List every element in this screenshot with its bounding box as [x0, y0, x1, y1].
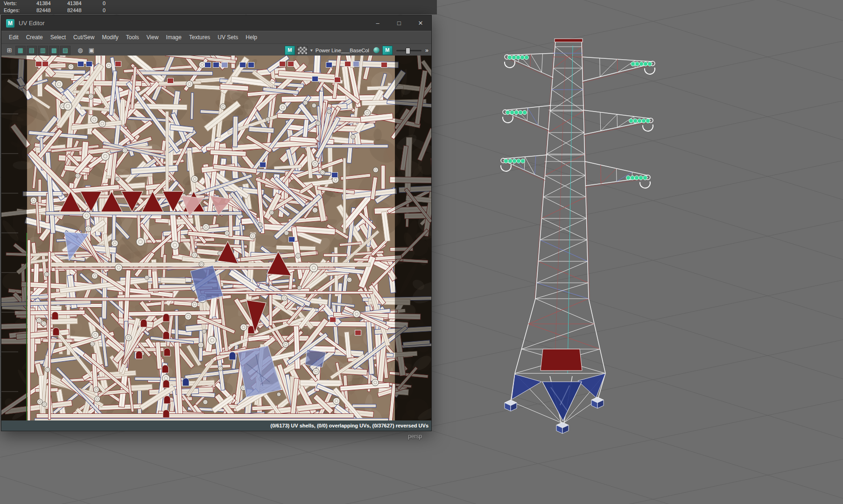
menu-view[interactable]: View — [143, 34, 162, 41]
menu-help[interactable]: Help — [242, 34, 261, 41]
hud-verts-selected: 0 — [103, 0, 105, 6]
statusbar: (0/6173) UV shells, (0/0) overlapping UV… — [1, 420, 431, 431]
active-texture-label[interactable]: Power Line___BaseCol — [316, 48, 369, 53]
uv-canvas[interactable] — [1, 56, 431, 420]
material-maya-icon[interactable]: M — [382, 46, 393, 55]
hud-edges-label: Edges: — [4, 7, 20, 13]
menu-image[interactable]: Image — [162, 34, 185, 41]
poly-count-hud: Verts: 41384 41384 0 Edges: 82448 82448 … — [0, 0, 437, 14]
hud-edges-shaded: 82448 — [67, 7, 82, 13]
uv-shaded-toggle-button[interactable]: ▤ — [27, 46, 37, 55]
titlebar[interactable]: M UV Editor – □ ✕ — [1, 15, 431, 31]
slider-handle[interactable] — [406, 48, 410, 54]
texture-dim-slider[interactable] — [396, 47, 422, 54]
hud-edges-row: Edges: 82448 82448 0 — [0, 7, 437, 14]
uv-border-toggle-button[interactable]: ▦ — [15, 46, 26, 55]
hud-verts-row: Verts: 41384 41384 0 — [0, 0, 437, 7]
hud-edges-total: 82448 — [36, 7, 51, 13]
menu-select[interactable]: Select — [47, 34, 70, 41]
menu-cut-sew[interactable]: Cut/Sew — [70, 34, 98, 41]
minimize-button[interactable]: – — [367, 15, 388, 31]
uv-checker-toggle-button[interactable]: ▨ — [60, 46, 70, 55]
menubar: Edit Create Select Cut/Sew Modify Tools … — [1, 31, 431, 43]
menu-textures[interactable]: Textures — [185, 34, 214, 41]
texture-dropdown-icon[interactable]: ▾ — [310, 48, 313, 53]
hud-edges-selected: 0 — [103, 7, 105, 13]
shader-ball-button[interactable]: ◍ — [75, 46, 85, 55]
hud-verts-shaded: 41384 — [67, 0, 82, 6]
window-title: UV Editor — [19, 20, 367, 27]
uv-editor-window: M UV Editor – □ ✕ Edit Create Select Cut… — [1, 15, 432, 431]
menu-uv-sets[interactable]: UV Sets — [214, 34, 242, 41]
texture-display-group: M ▾ Power Line___BaseCol M » — [285, 46, 429, 55]
layout-grid-icon[interactable]: ⊞ — [4, 46, 14, 55]
maya-logo-icon: M — [6, 19, 14, 28]
toolbar: ⊞ ▦ ▤ ▥ ▩ ▨ ◍ ▣ M ▾ Power Line___BaseCol… — [1, 43, 431, 57]
uv-snapshot-button[interactable]: ▣ — [86, 46, 97, 55]
close-button[interactable]: ✕ — [410, 15, 431, 31]
hud-verts-label: Verts: — [4, 0, 17, 6]
window-controls: – □ ✕ — [367, 15, 431, 31]
checker-map-icon[interactable] — [297, 46, 308, 55]
menu-tools[interactable]: Tools — [122, 34, 143, 41]
shaded-sphere-icon[interactable] — [372, 46, 381, 55]
maximize-button[interactable]: □ — [388, 15, 410, 31]
uv-texture-toggle-button[interactable]: ▥ — [38, 46, 48, 55]
uv-distortion-toggle-button[interactable]: ▩ — [49, 46, 59, 55]
viewport-camera-label: persp — [408, 433, 422, 440]
menu-create[interactable]: Create — [22, 34, 47, 41]
uv-shell-stats: (0/6173) UV shells, (0/0) overlapping UV… — [270, 423, 429, 428]
hud-verts-total: 41384 — [36, 0, 51, 6]
menu-edit[interactable]: Edit — [5, 34, 22, 41]
texture-maya-icon[interactable]: M — [285, 46, 295, 55]
toolbar-expand-icon[interactable]: » — [425, 47, 429, 54]
menu-modify[interactable]: Modify — [98, 34, 122, 41]
